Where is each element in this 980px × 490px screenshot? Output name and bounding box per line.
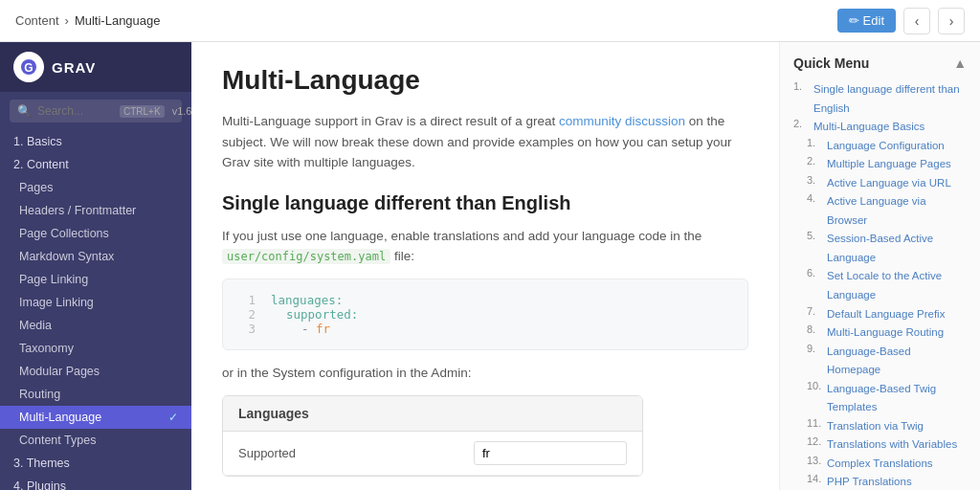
sidebar-item-multi-language[interactable]: Multi-Language ✓ — [0, 406, 191, 429]
sidebar-item-media[interactable]: Media — [0, 314, 191, 337]
version-label: v1.6 — [172, 105, 191, 117]
languages-panel: Languages Supported — [222, 395, 643, 477]
quick-menu-header: Quick Menu ▲ — [793, 56, 967, 71]
sidebar-item-content-types[interactable]: Content Types — [0, 429, 191, 452]
breadcrumb-separator: › — [65, 13, 69, 28]
qm-item-2-13: 13. Complex Translations — [793, 455, 967, 474]
edit-icon: ✏ — [849, 13, 859, 28]
sidebar-item-routing[interactable]: Routing — [0, 383, 191, 406]
sidebar-item-page-collections[interactable]: Page Collections — [0, 222, 191, 245]
sidebar-item-pages[interactable]: Pages — [0, 176, 191, 199]
breadcrumb-parent[interactable]: Content — [15, 13, 59, 28]
sidebar-item-modular-pages[interactable]: Modular Pages — [0, 360, 191, 383]
quick-menu-collapse-icon[interactable]: ▲ — [953, 56, 967, 71]
next-button[interactable]: › — [938, 8, 965, 34]
intro-text-before: Multi-Language support in Grav is a dire… — [222, 114, 559, 128]
sidebar-search[interactable]: 🔍 CTRL+K v1.6 ▼ — [10, 100, 182, 122]
page-title: Multi-Language — [222, 65, 748, 96]
intro-paragraph: Multi-Language support in Grav is a dire… — [222, 111, 748, 173]
breadcrumb: Content › Multi-Language — [15, 13, 161, 28]
logo-icon: G — [13, 52, 44, 82]
or-text: or in the System configuration in the Ad… — [222, 366, 748, 380]
top-nav: Content › Multi-Language ✏ Edit ‹ › — [0, 0, 980, 42]
breadcrumb-current: Multi-Language — [75, 13, 161, 28]
sidebar-item-markdown-syntax[interactable]: Markdown Syntax — [0, 245, 191, 268]
sidebar-item-themes[interactable]: 3. Themes — [0, 452, 191, 475]
code-line-2: 2 supported: — [240, 307, 730, 322]
code-line-1: 1 languages: — [240, 293, 730, 307]
supported-input[interactable] — [474, 441, 627, 465]
sidebar-item-basics[interactable]: 1. Basics — [0, 130, 191, 153]
logo-text: GRAV — [52, 59, 96, 76]
qm-item-2: 2. Multi-Language Basics — [793, 118, 967, 137]
qm-item-2-1: 1. Language Configuration — [793, 137, 967, 156]
prev-button[interactable]: ‹ — [903, 8, 930, 34]
qm-item-2-3: 3. Active Language via URL — [793, 174, 967, 193]
code-block: 1 languages: 2 supported: 3 - fr — [222, 278, 748, 350]
edit-button[interactable]: ✏ Edit — [837, 9, 896, 33]
sidebar-item-page-linking[interactable]: Page Linking — [0, 268, 191, 291]
quick-menu-title: Quick Menu — [793, 56, 869, 71]
sidebar-item-image-linking[interactable]: Image Linking — [0, 291, 191, 314]
qm-item-2-14: 14. PHP Translations — [793, 473, 967, 490]
qm-item-2-9: 9. Language-Based Homepage — [793, 343, 967, 380]
supported-label: Supported — [238, 446, 296, 460]
qm-item-2-7: 7. Default Language Prefix — [793, 305, 967, 324]
languages-panel-row: Supported — [223, 432, 642, 476]
quick-menu-list: 1. Single language different than Englis… — [793, 80, 967, 490]
qm-item-2-12: 12. Translations with Variables — [793, 435, 967, 455]
section1-text: If you just use one language, enable tra… — [222, 229, 702, 243]
sidebar-logo: G GRAV — [0, 42, 191, 92]
search-icon: 🔍 — [17, 104, 32, 118]
main-layout: G GRAV 🔍 CTRL+K v1.6 ▼ 1. Basics 2. Cont… — [0, 42, 980, 490]
top-nav-right: ✏ Edit ‹ › — [837, 8, 965, 34]
search-input[interactable] — [37, 104, 114, 118]
search-shortcut: CTRL+K — [120, 105, 165, 118]
qm-item-2-11: 11. Translation via Twig — [793, 417, 967, 436]
quick-menu: Quick Menu ▲ 1. Single language differen… — [779, 42, 980, 490]
languages-panel-header: Languages — [223, 396, 642, 432]
community-link[interactable]: community discussion — [559, 114, 685, 128]
sidebar-item-headers[interactable]: Headers / Frontmatter — [0, 199, 191, 222]
section1-text-after: file: — [390, 249, 414, 263]
svg-text:G: G — [24, 61, 33, 75]
qm-item-2-6: 6. Set Locale to the Active Language — [793, 267, 967, 304]
qm-item-2-10: 10. Language-Based Twig Templates — [793, 380, 967, 417]
code-line-3: 3 - fr — [240, 322, 730, 336]
sidebar-item-plugins[interactable]: 4. Plugins — [0, 475, 191, 490]
section1-title: Single language different than English — [222, 192, 748, 214]
qm-item-2-5: 5. Session-Based Active Language — [793, 230, 967, 267]
sidebar: G GRAV 🔍 CTRL+K v1.6 ▼ 1. Basics 2. Cont… — [0, 42, 191, 490]
edit-label: Edit — [863, 13, 884, 28]
sidebar-item-content[interactable]: 2. Content — [0, 153, 191, 176]
section1-paragraph: If you just use one language, enable tra… — [222, 226, 748, 267]
section1-code: user/config/system.yaml — [222, 249, 390, 264]
content-area: Multi-Language Multi-Language support in… — [191, 42, 779, 490]
qm-item-2-2: 2. Multiple Language Pages — [793, 155, 967, 174]
qm-item-2-8: 8. Multi-Language Routing — [793, 323, 967, 343]
qm-item-1: 1. Single language different than Englis… — [793, 80, 967, 118]
sidebar-item-taxonomy[interactable]: Taxonomy — [0, 337, 191, 360]
active-check-icon: ✓ — [168, 411, 178, 424]
qm-item-2-4: 4. Active Language via Browser — [793, 192, 967, 230]
